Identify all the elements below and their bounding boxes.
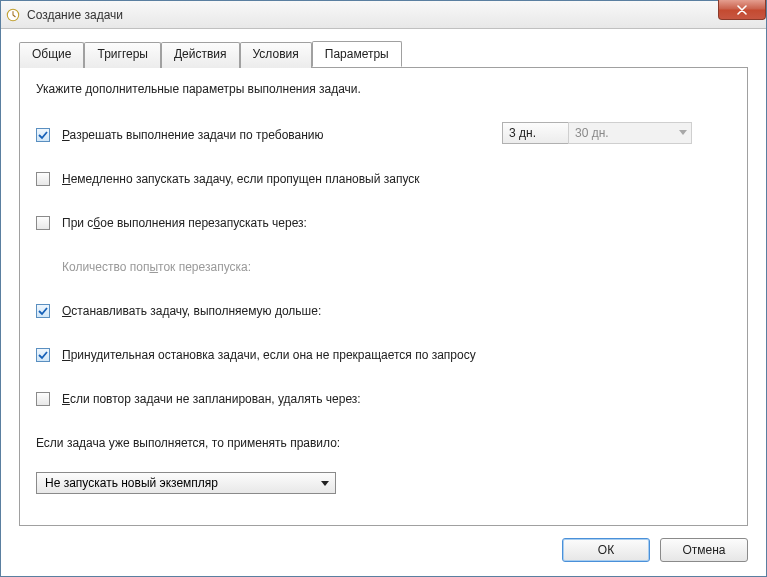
label-force-stop: Принудительная остановка задачи, если он… [62,348,476,362]
settings-panel: Укажите дополнительные параметры выполне… [19,67,748,526]
tab-triggers[interactable]: Триггеры [84,42,161,68]
dialog-window: Создание задачи Общие Триггеры Действия … [0,0,767,577]
chevron-down-icon [679,130,687,136]
label-stop-if-longer: Останавливать задачу, выполняемую дольше… [62,304,321,318]
checkbox-restart-on-fail[interactable] [36,216,50,230]
combo-instance-rule[interactable]: Не запускать новый экземпляр [36,472,336,494]
label-run-if-missed: Немедленно запускать задачу, если пропущ… [62,172,420,186]
panel-description: Укажите дополнительные параметры выполне… [36,82,731,96]
checkbox-stop-if-longer[interactable] [36,304,50,318]
clock-icon [5,7,21,23]
titlebar: Создание задачи [1,1,766,29]
tab-strip: Общие Триггеры Действия Условия Параметр… [19,41,748,67]
ok-button[interactable]: ОК [562,538,650,562]
checkbox-delete-expired[interactable] [36,392,50,406]
chevron-down-icon [321,476,329,490]
cancel-button[interactable]: Отмена [660,538,748,562]
checkbox-force-stop[interactable] [36,348,50,362]
checkbox-allow-demand[interactable] [36,128,50,142]
checkbox-run-if-missed[interactable] [36,172,50,186]
label-delete-expired: Если повтор задачи не запланирован, удал… [62,392,361,406]
dialog-footer: ОК Отмена [19,526,748,562]
tab-settings[interactable]: Параметры [312,41,402,67]
close-button[interactable] [718,0,766,20]
label-allow-demand: Разрешать выполнение задачи по требовани… [62,128,324,142]
content-area: Общие Триггеры Действия Условия Параметр… [1,29,766,576]
combo-delete-after: 30 дн. [568,122,692,144]
tab-conditions[interactable]: Условия [240,42,312,68]
window-title: Создание задачи [27,8,123,22]
label-restart-count: Количество попыток перезапуска: [62,260,251,274]
label-instance-rule: Если задача уже выполняется, то применят… [36,436,340,450]
tab-actions[interactable]: Действия [161,42,240,68]
label-restart-on-fail: При сбое выполнения перезапускать через: [62,216,307,230]
tab-general[interactable]: Общие [19,42,84,68]
